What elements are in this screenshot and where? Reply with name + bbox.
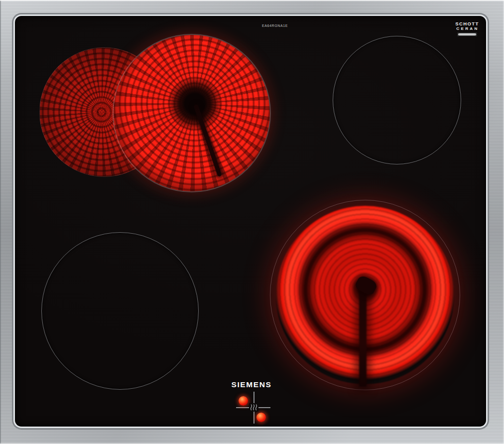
hot-dot-rear-left <box>239 396 248 406</box>
zone-front-left-off <box>41 232 199 390</box>
zone-rear-right-off <box>333 36 461 164</box>
ceramic-glass-surface: EA64RGNA1E SCHOTT CERAN SIEMENS <box>15 16 486 427</box>
schott-ceran-logo: SCHOTT CERAN <box>452 21 483 36</box>
hob-product-photo: EA64RGNA1E SCHOTT CERAN SIEMENS <box>0 0 504 444</box>
model-code-text: EA64RGNA1E <box>245 24 305 27</box>
residual-heat-icon <box>249 403 258 412</box>
zone-front-right-glowing <box>270 200 460 390</box>
zone-rear-left-main-glowing <box>114 35 270 191</box>
ceran-registration-badge <box>457 32 477 36</box>
heater-terminal-rod <box>359 289 367 387</box>
hot-dot-front-right <box>256 413 266 422</box>
temperature-sensor-rod <box>193 104 222 177</box>
schott-text: SCHOTT <box>452 21 483 26</box>
ceran-text: CERAN <box>453 26 483 31</box>
siemens-logo: SIEMENS <box>232 380 272 389</box>
